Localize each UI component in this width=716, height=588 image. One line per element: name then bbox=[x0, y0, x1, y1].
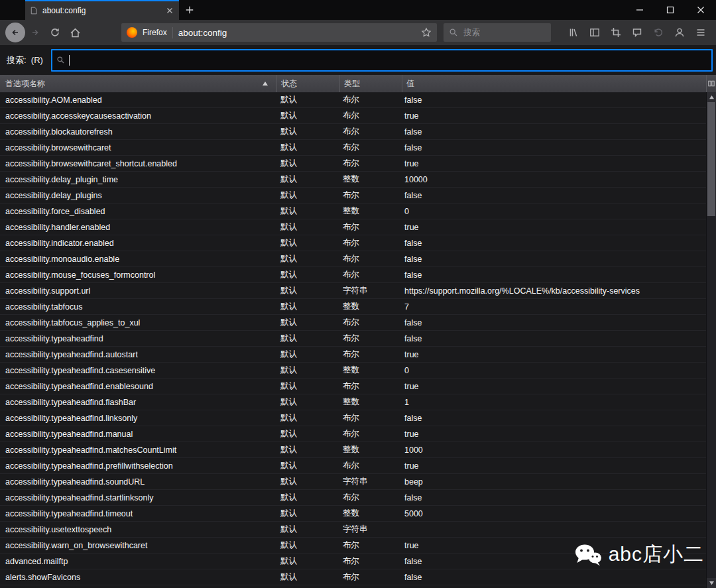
pref-row[interactable]: accessibility.accesskeycausesactivation默… bbox=[0, 108, 716, 124]
message-bubble-icon[interactable] bbox=[627, 23, 647, 42]
menu-icon[interactable] bbox=[691, 23, 711, 42]
pref-name: advanced.mailftp bbox=[0, 554, 276, 569]
pref-row[interactable]: accessibility.mouse_focuses_formcontrol默… bbox=[0, 267, 716, 283]
pref-value: true bbox=[400, 156, 716, 171]
scroll-down-button[interactable] bbox=[707, 578, 716, 588]
pref-name: accessibility.typeaheadfind.manual bbox=[0, 426, 276, 441]
pref-value: false bbox=[400, 92, 716, 107]
pref-row[interactable]: accessibility.delay_plugin_time默认整数10000 bbox=[0, 172, 716, 188]
pref-status: 默认 bbox=[276, 188, 339, 203]
pref-status: 默认 bbox=[276, 219, 339, 235]
browser-search-field[interactable] bbox=[444, 23, 551, 42]
pref-row[interactable]: accessibility.typeaheadfind.manual默认布尔tr… bbox=[0, 426, 716, 442]
pref-row[interactable]: accessibility.typeaheadfind.linksonly默认布… bbox=[0, 410, 716, 426]
pref-value: false bbox=[400, 331, 716, 346]
url-bar[interactable]: Firefox about:config bbox=[121, 23, 437, 42]
pref-row[interactable]: accessibility.delay_plugins默认布尔false bbox=[0, 188, 716, 204]
column-header-name[interactable]: 首选项名称 bbox=[0, 75, 277, 92]
pref-row[interactable]: accessibility.support.url默认字符串https://su… bbox=[0, 283, 716, 299]
firefox-window: about:config bbox=[0, 0, 716, 588]
window-maximize-button[interactable] bbox=[655, 0, 686, 20]
reload-button[interactable] bbox=[45, 23, 65, 42]
column-header-type[interactable]: 类型 bbox=[340, 75, 402, 92]
sort-ascending-icon bbox=[262, 81, 268, 86]
pref-type: 字符串 bbox=[339, 474, 400, 489]
pref-row[interactable]: accessibility.tabfocus_applies_to_xul默认布… bbox=[0, 315, 716, 331]
sidebar-icon[interactable] bbox=[585, 23, 605, 42]
window-minimize-button[interactable] bbox=[625, 0, 655, 20]
column-header-type-label: 类型 bbox=[344, 78, 360, 89]
pref-name: alerts.useSystemBackend bbox=[0, 585, 276, 588]
column-header-status[interactable]: 状态 bbox=[277, 75, 340, 92]
pref-status: 默认 bbox=[276, 522, 339, 537]
pref-row[interactable]: accessibility.typeaheadfind.timeout默认整数5… bbox=[0, 506, 716, 522]
pref-list: accessibility.AOM.enabled默认布尔falseaccess… bbox=[0, 92, 716, 588]
pref-value: true bbox=[400, 347, 716, 362]
pref-row[interactable]: accessibility.typeaheadfind.startlinkson… bbox=[0, 490, 716, 506]
tab-close-icon[interactable] bbox=[165, 6, 174, 15]
pref-row[interactable]: accessibility.typeaheadfind.casesensitiv… bbox=[0, 363, 716, 379]
new-tab-button[interactable] bbox=[179, 0, 200, 20]
scrollbar[interactable] bbox=[706, 92, 716, 588]
pref-name: accessibility.handler.enabled bbox=[0, 219, 276, 235]
pref-type: 整数 bbox=[339, 363, 400, 378]
pref-value: true bbox=[400, 426, 716, 441]
pref-row[interactable]: accessibility.monoaudio.enable默认布尔false bbox=[0, 251, 716, 267]
pref-status: 默认 bbox=[276, 92, 339, 107]
pref-row[interactable]: accessibility.typeaheadfind.matchesCount… bbox=[0, 442, 716, 458]
column-picker-button[interactable] bbox=[707, 75, 716, 92]
pref-value: false bbox=[400, 188, 716, 203]
pref-name: accessibility.typeaheadfind.linksonly bbox=[0, 410, 276, 426]
forward-button[interactable] bbox=[25, 23, 45, 42]
pref-row[interactable]: accessibility.typeaheadfind.enablesound默… bbox=[0, 379, 716, 394]
pref-row[interactable]: accessibility.typeaheadfind.autostart默认布… bbox=[0, 347, 716, 363]
search-input[interactable] bbox=[462, 27, 546, 38]
pref-status: 默认 bbox=[276, 315, 339, 330]
pref-row[interactable]: alerts.useSystemBackend默认布尔false bbox=[0, 585, 716, 588]
pref-status: 默认 bbox=[276, 585, 339, 588]
pref-row[interactable]: alerts.showFavicons默认布尔false bbox=[0, 569, 716, 585]
window-close-button[interactable] bbox=[686, 0, 716, 20]
scrollbar-track[interactable] bbox=[707, 102, 716, 578]
pref-status: 默认 bbox=[276, 474, 339, 489]
pref-status: 默认 bbox=[276, 172, 339, 187]
home-button[interactable] bbox=[65, 23, 85, 42]
pref-row[interactable]: accessibility.typeaheadfind默认布尔false bbox=[0, 331, 716, 347]
pref-name: accessibility.typeaheadfind.prefillwiths… bbox=[0, 458, 276, 473]
pref-row[interactable]: accessibility.browsewithcaret_shortcut.e… bbox=[0, 156, 716, 172]
pref-status: 默认 bbox=[276, 299, 339, 314]
scroll-up-button[interactable] bbox=[707, 92, 716, 102]
column-header-value[interactable]: 值 bbox=[402, 75, 707, 92]
column-header-name-label: 首选项名称 bbox=[5, 78, 45, 89]
pref-name: accessibility.monoaudio.enable bbox=[0, 251, 276, 266]
pref-row[interactable]: accessibility.typeaheadfind.flashBar默认整数… bbox=[0, 394, 716, 410]
pref-status: 默认 bbox=[276, 235, 339, 251]
pref-row[interactable]: accessibility.tabfocus默认整数7 bbox=[0, 299, 716, 315]
tab-about-config[interactable]: about:config bbox=[25, 0, 179, 20]
config-filter-input[interactable] bbox=[51, 49, 713, 72]
pref-row[interactable]: accessibility.AOM.enabled默认布尔false bbox=[0, 92, 716, 108]
library-icon[interactable] bbox=[564, 23, 583, 42]
pref-row[interactable]: accessibility.browsewithcaret默认布尔false bbox=[0, 140, 716, 156]
pref-name: accessibility.typeaheadfind.enablesound bbox=[0, 379, 276, 394]
bookmark-star-icon[interactable] bbox=[421, 27, 432, 38]
title-bar: about:config bbox=[0, 0, 716, 20]
pref-row[interactable]: accessibility.usetexttospeech默认字符串 bbox=[0, 522, 716, 538]
url-text[interactable]: about:config bbox=[178, 28, 416, 38]
toolbar-icons bbox=[562, 23, 716, 42]
account-icon[interactable] bbox=[670, 23, 689, 42]
pref-value: true bbox=[400, 458, 716, 473]
pref-row[interactable]: accessibility.force_disabled默认整数0 bbox=[0, 204, 716, 219]
crop-icon[interactable] bbox=[606, 23, 626, 42]
pref-row[interactable]: accessibility.typeaheadfind.soundURL默认字符… bbox=[0, 474, 716, 490]
pref-row[interactable]: accessibility.handler.enabled默认布尔true bbox=[0, 219, 716, 235]
back-button[interactable] bbox=[5, 23, 25, 42]
pref-row[interactable]: accessibility.blockautorefresh默认布尔false bbox=[0, 124, 716, 140]
pref-type: 布尔 bbox=[339, 379, 400, 394]
scrollbar-thumb[interactable] bbox=[707, 102, 715, 216]
undo-icon[interactable] bbox=[648, 23, 668, 42]
pref-status: 默认 bbox=[276, 347, 339, 362]
pref-row[interactable]: accessibility.indicator.enabled默认布尔false bbox=[0, 235, 716, 251]
pref-row[interactable]: accessibility.typeaheadfind.prefillwiths… bbox=[0, 458, 716, 474]
pref-value: https://support.mozilla.org/%LOCALE%/kb/… bbox=[400, 283, 716, 298]
